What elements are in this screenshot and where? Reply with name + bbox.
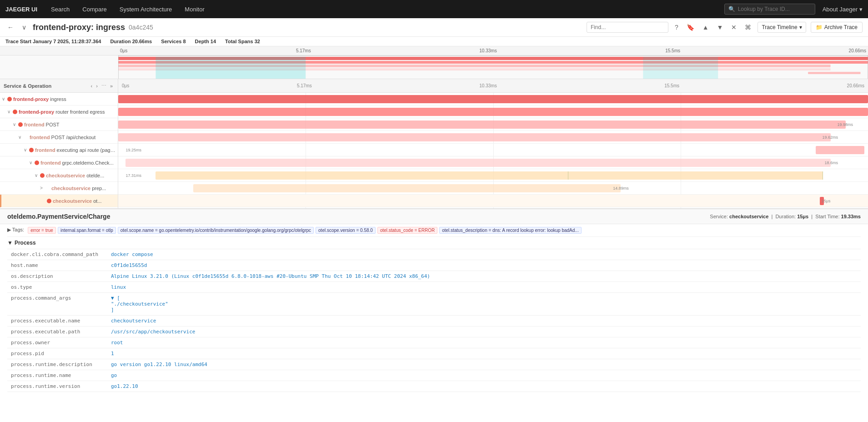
service-header-controls: ‹ › ⋯ » [90, 82, 114, 89]
collapse-toggle-button[interactable]: ∨ [20, 22, 28, 33]
timeline-tick: 15.5ms [664, 83, 679, 88]
ruler-ticks: 0μs 5.17ms 10.33ms 15.5ms 20.66ms [118, 48, 868, 53]
process-table-row: process.executable.path/usr/src/app/chec… [7, 327, 861, 337]
expand-full-button[interactable]: » [109, 82, 114, 89]
process-value: go1.22.10 [107, 381, 861, 392]
archive-trace-button[interactable]: 📁 Archive Trace [811, 22, 863, 33]
span-bar [816, 146, 864, 154]
process-key: os.type [7, 282, 107, 293]
span-row[interactable]: ∨ frontend POST /api/checkout [0, 131, 118, 144]
nav-system-architecture[interactable]: System Architecture [117, 4, 175, 15]
span-timeline-row[interactable]: 19.98ms [118, 118, 868, 131]
span-row[interactable]: ∨ frontend-proxy router frontend egress [0, 106, 118, 118]
search-icon: 🔍 [728, 6, 735, 12]
nav-search[interactable]: Search [48, 4, 72, 15]
span-toggle-icon[interactable]: ∨ [13, 122, 17, 127]
expand-one-level-button[interactable]: › [95, 82, 99, 89]
nav-prev-button[interactable]: ▲ [701, 22, 711, 33]
span-timeline-row[interactable] [118, 93, 868, 106]
trace-start-label: Trace Start January 7 2025, 11:28:37.364 [5, 39, 101, 44]
error-indicator [29, 148, 34, 152]
span-toggle-icon[interactable]: ∨ [2, 96, 6, 101]
process-key: process.runtime.name [7, 370, 107, 381]
tick-2: 10.33ms [479, 48, 497, 53]
timeline-header: 0μs 5.17ms 10.33ms 15.5ms 20.66ms [118, 79, 868, 93]
span-op-name: POST /api/checkout [51, 135, 96, 140]
tag-item: otel.status_description = dns: A record … [439, 227, 581, 234]
span-row[interactable]: ∨ frontend-proxy ingress [0, 93, 118, 106]
span-row[interactable]: ∨ frontend POST [0, 118, 118, 131]
chevron-down-icon: ▼ [7, 240, 13, 246]
span-timeline-row[interactable]: 17.31ms [118, 169, 868, 182]
error-indicator [47, 199, 51, 203]
detail-duration-value: 15μs [797, 214, 808, 219]
span-row[interactable]: checkoutservice ot... [0, 195, 118, 207]
back-button[interactable]: ← [5, 22, 15, 33]
span-service-name: frontend [40, 160, 61, 166]
span-op-name: otelde... [86, 173, 104, 178]
span-timeline-row[interactable] [118, 106, 868, 118]
archive-icon: 📁 [816, 24, 823, 30]
timeline-tick: 0μs [122, 83, 129, 88]
process-table-row: process.command_args▼ [ "./checkoutservi… [7, 293, 861, 316]
span-toggle-icon[interactable]: ∨ [35, 173, 39, 178]
span-timeline-row[interactable]: 19.62ms [118, 131, 868, 144]
minimap-canvas [118, 55, 868, 79]
span-toggle-icon[interactable]: ∨ [24, 147, 28, 152]
span-timeline-row[interactable]: 15μs [118, 195, 868, 207]
span-toggle-icon[interactable]: ∨ [29, 160, 34, 165]
process-table-row: process.runtime.descriptiongo version go… [7, 359, 861, 370]
trace-duration: Duration 20.66ms [110, 39, 152, 44]
nav-compare[interactable]: Compare [80, 4, 109, 15]
span-toggle-icon[interactable]: > [40, 186, 45, 191]
span-bar [193, 184, 621, 192]
span-row[interactable]: > checkoutservice prep... [0, 182, 118, 195]
span-timeline-row[interactable]: 14.89ms [118, 182, 868, 195]
detail-start-value: 19.33ms [841, 214, 861, 219]
span-row[interactable]: ∨ frontend executing api route (page... [0, 144, 118, 156]
help-button[interactable]: ? [673, 22, 680, 33]
nav-next-button[interactable]: ▼ [715, 22, 725, 33]
span-service-name: frontend-proxy [13, 96, 49, 102]
span-toggle-icon[interactable]: ∨ [18, 135, 23, 140]
process-section-label: Process [15, 240, 36, 246]
expand-all-button[interactable]: ⋯ [100, 82, 108, 89]
trace-timeline-button[interactable]: Trace Timeline ▾ [758, 22, 806, 33]
process-value: 1 [107, 348, 861, 359]
process-section-header[interactable]: ▼ Process [7, 237, 861, 249]
span-find-input[interactable] [587, 22, 668, 33]
detail-title: oteldemo.PaymentService/Charge [7, 213, 110, 220]
process-table-row: process.ownerroot [7, 337, 861, 348]
bookmark-button[interactable]: 🔖 [685, 22, 696, 33]
close-button[interactable]: ✕ [729, 22, 738, 33]
tags-section: ▶ Tags: error = true internal.span.forma… [7, 224, 861, 237]
span-row[interactable]: ∨ frontend grpc.oteldemo.Check... [0, 156, 118, 169]
process-table-row: process.runtime.namego [7, 370, 861, 381]
tag-item: internal.span.format = otlp [58, 227, 116, 234]
span-bar [125, 159, 830, 167]
error-indicator [13, 110, 17, 114]
service-operation-panel: Service & Operation ‹ › ⋯ » ∨ frontend-p… [0, 79, 118, 208]
span-op-name: router frontend egress [55, 109, 105, 115]
span-toggle-icon[interactable]: ∨ [7, 109, 12, 114]
timeline-tick: 20.66ms [847, 83, 864, 88]
collapse-all-button[interactable]: ‹ [90, 82, 94, 89]
nav-monitor[interactable]: Monitor [182, 4, 207, 15]
span-timeline-row[interactable]: 19.25ms [118, 144, 868, 156]
trace-id-input[interactable] [738, 6, 811, 12]
span-service-name: checkoutservice [51, 186, 90, 191]
about-jaeger-menu[interactable]: About Jaeger ▾ [823, 6, 863, 13]
span-row[interactable]: ∨ checkoutservice otelde... [0, 169, 118, 182]
trace-header: ← ∨ frontend-proxy: ingress 0a4c245 ? 🔖 … [0, 18, 868, 37]
tag-item: otel.scope.version = 0.58.0 [316, 227, 376, 234]
timeline-tick: 10.33ms [479, 83, 497, 88]
keyboard-shortcut-button[interactable]: ⌘ [743, 22, 753, 33]
detail-content: ▶ Tags: error = true internal.span.forma… [0, 224, 868, 392]
trace-minimap[interactable] [0, 55, 868, 79]
span-timeline-row[interactable]: 18.6ms [118, 156, 868, 169]
trace-lookup-search[interactable]: 🔍 [724, 4, 815, 15]
span-service-name: checkoutservice [53, 198, 92, 204]
process-key: host.name [7, 260, 107, 271]
detail-meta: Service: checkoutservice | Duration: 15μ… [710, 214, 861, 219]
span-service-name: frontend-proxy [19, 109, 54, 115]
